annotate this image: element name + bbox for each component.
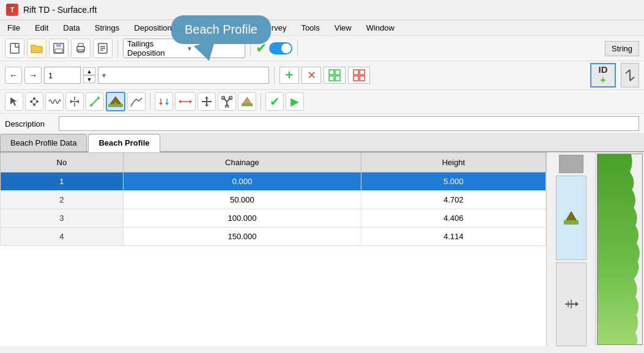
check-green-button[interactable]: ✔	[265, 92, 284, 111]
id-down-button[interactable]: ▼	[83, 75, 95, 83]
id-stepper[interactable]: ▲ ▼	[83, 67, 95, 83]
extra-toolbar-btn[interactable]	[621, 63, 639, 87]
mountain2-button[interactable]	[238, 92, 256, 111]
menu-view[interactable]: View	[332, 22, 354, 34]
anchor-button[interactable]	[198, 92, 216, 111]
svg-rect-36	[108, 104, 123, 106]
description-row: Description	[0, 114, 644, 134]
menu-surface[interactable]: Surface	[184, 22, 217, 34]
add-record-button[interactable]: +	[279, 67, 299, 84]
menu-edit[interactable]: Edit	[32, 22, 51, 34]
svg-rect-0	[10, 43, 19, 53]
menu-tools[interactable]: Tools	[298, 22, 322, 34]
cell-no: 3	[1, 209, 124, 228]
mini-map	[597, 154, 643, 345]
separator2	[250, 40, 251, 57]
nav-forward-button[interactable]: →	[24, 67, 42, 84]
print-button[interactable]	[71, 39, 91, 58]
svg-rect-13	[329, 76, 334, 81]
down-arrows-button[interactable]	[155, 92, 173, 111]
menu-data[interactable]: Data	[61, 22, 82, 34]
id-input[interactable]	[44, 67, 81, 84]
svg-marker-28	[76, 100, 79, 103]
cell-no: 4	[1, 228, 124, 246]
id-up-button[interactable]: ▲	[83, 67, 95, 75]
node-edit-button[interactable]	[25, 92, 43, 111]
cell-no: 1	[1, 173, 124, 191]
play-button[interactable]: ▶	[286, 92, 304, 111]
grid2-button[interactable]	[348, 67, 370, 84]
cell-chainage: 150.000	[123, 228, 361, 246]
mountain-active-button[interactable]	[106, 92, 125, 111]
col-chainage: Chainage	[123, 153, 361, 173]
tab-beach-profile[interactable]: Beach Profile	[88, 134, 160, 152]
table-row[interactable]: 2 50.000 4.702	[1, 191, 546, 209]
delete-record-button[interactable]: ✕	[302, 67, 321, 84]
right-panel	[546, 152, 595, 346]
separator-t3a	[150, 93, 150, 110]
menu-file[interactable]: File	[5, 22, 23, 34]
cell-height: 5.000	[361, 173, 546, 191]
svg-marker-43	[190, 100, 192, 103]
cell-chainage: 0.000	[123, 173, 361, 191]
far-right-panel	[595, 152, 644, 346]
svg-marker-46	[205, 97, 209, 98]
deposition-dropdown[interactable]: Tailings Deposition ▼	[123, 39, 245, 58]
cell-chainage: 50.000	[123, 191, 361, 209]
menu-deposition[interactable]: Deposition	[131, 22, 174, 34]
wave-button[interactable]	[45, 92, 64, 111]
save-button[interactable]	[49, 39, 68, 58]
cell-height: 4.406	[361, 209, 546, 228]
id-plus-button[interactable]: ID +	[590, 63, 616, 87]
table-row[interactable]: 1 0.000 5.000	[1, 173, 546, 191]
table-row[interactable]: 3 100.000 4.406	[1, 209, 546, 228]
menu-bar: File Edit Data Strings Deposition Surfac…	[0, 20, 644, 36]
menu-survey[interactable]: Survey	[259, 22, 289, 34]
separator-t2a	[274, 67, 275, 84]
level-button[interactable]	[65, 92, 84, 111]
separator3	[297, 40, 298, 57]
menu-window[interactable]: Window	[364, 22, 397, 34]
cell-height: 4.702	[361, 191, 546, 209]
menu-strings[interactable]: Strings	[92, 22, 122, 34]
tabs-row: Beach Profile Data Beach Profile	[0, 134, 644, 152]
toolbar3: ✔ ▶	[0, 90, 644, 114]
svg-rect-55	[242, 103, 253, 106]
mode-toggle[interactable]	[269, 42, 292, 54]
menu-pond[interactable]: Pond	[226, 22, 250, 34]
right-toolbar-area: ID +	[590, 63, 639, 87]
draw-button[interactable]	[86, 92, 104, 111]
table-area: No Chainage Height 1 0.000 5.000 2 50.00…	[0, 152, 546, 346]
toolbar2: ← → ▲ ▼ ▼ Beach Profile + ✕ ID +	[0, 61, 644, 90]
grid1-button[interactable]	[324, 67, 346, 84]
svg-marker-40	[165, 103, 169, 105]
gray-square[interactable]	[559, 155, 583, 173]
new-button[interactable]	[5, 39, 24, 58]
id-dropdown[interactable]: ▼	[98, 67, 269, 84]
string-label: String	[605, 41, 639, 56]
svg-rect-16	[360, 70, 365, 75]
svg-point-32	[90, 104, 92, 106]
checkmark-icon: ✔	[256, 40, 267, 56]
chevron-down-icon: ▼	[187, 45, 241, 52]
deposition-dropdown-label: Tailings Deposition	[127, 39, 182, 58]
select-tool-button[interactable]	[5, 92, 23, 111]
svg-rect-57	[564, 220, 579, 224]
svg-rect-2	[56, 43, 61, 47]
svg-line-31	[91, 98, 98, 105]
open-button[interactable]	[27, 39, 46, 58]
table-body: 1 0.000 5.000 2 50.000 4.702 3 100.000 4…	[1, 173, 546, 246]
col-height: Height	[361, 153, 546, 173]
tab-beach-profile-data[interactable]: Beach Profile Data	[0, 134, 87, 151]
chevron-right-icon: ▼	[101, 72, 107, 79]
profile-button[interactable]	[127, 92, 146, 111]
table-row[interactable]: 4 150.000 4.114	[1, 228, 546, 246]
description-input[interactable]	[59, 116, 639, 131]
nav-back-button[interactable]: ←	[5, 67, 22, 84]
edit-button[interactable]	[93, 39, 113, 58]
left-arrows-button[interactable]	[175, 92, 196, 111]
id-label: ID	[599, 65, 608, 75]
fork-button[interactable]	[218, 92, 236, 111]
mountain-right-button[interactable]	[556, 176, 587, 260]
flow-right-button[interactable]	[556, 262, 587, 347]
